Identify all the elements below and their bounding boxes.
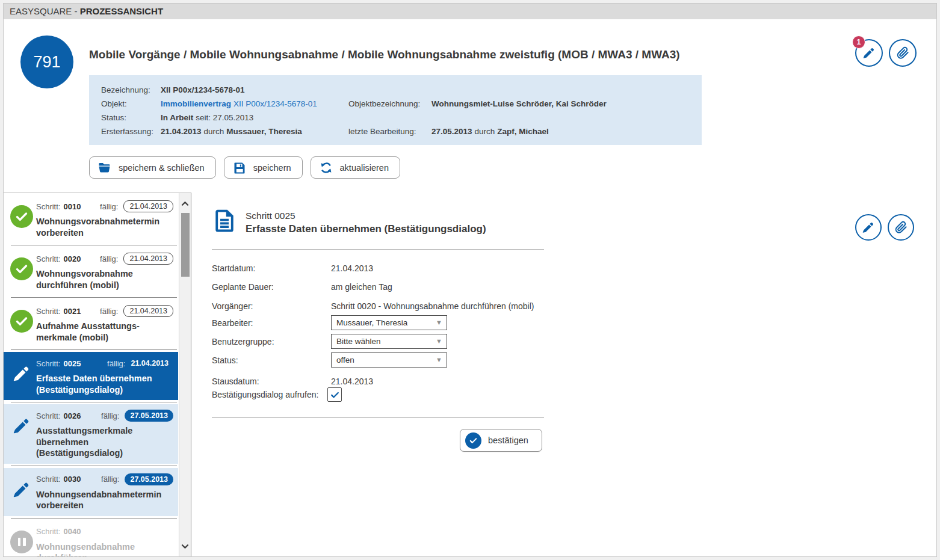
edit-step-button[interactable] bbox=[855, 214, 882, 241]
floppy-disk-icon bbox=[232, 161, 247, 175]
step-detail-panel: Schritt 0025 Erfasste Daten übernehmen (… bbox=[192, 192, 936, 556]
objektbezeichnung-label: Objektbezeichnung: bbox=[348, 97, 431, 111]
bezeichnung-value: XII P00x/1234-5678-01 bbox=[161, 85, 245, 94]
step-item-title: Aufnahme Ausstattungs­merkmale (mobil) bbox=[36, 321, 173, 343]
status-value: In Arbeitseit: 27.05.2013 bbox=[161, 111, 348, 125]
faellig-label: fällig: bbox=[100, 254, 118, 263]
step-status-icon bbox=[10, 257, 33, 280]
step-number: 0026 bbox=[63, 411, 81, 420]
save-button[interactable]: speichern bbox=[224, 156, 303, 179]
objekt-label: Objekt: bbox=[101, 97, 161, 111]
due-date: 21.04.2013 bbox=[123, 253, 173, 265]
schritt-label: Schritt: bbox=[36, 254, 60, 263]
step-item[interactable]: Schritt: 0025 fällig: 21.04.2013 Erfasst… bbox=[4, 352, 178, 400]
check-icon bbox=[14, 314, 29, 328]
step-number: 0020 bbox=[63, 254, 81, 263]
step-item[interactable]: Schritt: 0021 fällig: 21.04.2013 Aufnahm… bbox=[4, 300, 178, 348]
pen-icon bbox=[11, 416, 32, 436]
scroll-down-button[interactable] bbox=[179, 540, 191, 553]
dialog-checkbox-label: Bestätigungsdialog aufrufen: bbox=[212, 390, 318, 399]
step-status-icon bbox=[10, 478, 33, 501]
schritt-label: Schritt: bbox=[36, 307, 60, 316]
step-separator bbox=[11, 349, 177, 350]
dropdown-arrow-icon: ▼ bbox=[436, 316, 442, 330]
objekt-link[interactable]: ImmobilienvertragXII P00x/1234-5678-01 bbox=[161, 97, 348, 111]
pen-icon bbox=[11, 363, 32, 384]
step-status-icon bbox=[10, 205, 33, 228]
faellig-label: fällig: bbox=[100, 202, 118, 211]
app-title-bar: EASYSQUARE - PROZESSANSICHT bbox=[4, 4, 936, 19]
faellig-label: fällig: bbox=[101, 411, 119, 420]
divider bbox=[212, 249, 544, 250]
pen-icon bbox=[862, 46, 876, 60]
edit-notification-badge: 1 bbox=[852, 35, 865, 49]
edit-process-button[interactable]: 1 bbox=[855, 39, 883, 67]
folder-icon bbox=[97, 161, 112, 175]
letzte-bearbeitung-label: letzte Bearbeitung: bbox=[348, 125, 431, 138]
checkmark-icon bbox=[330, 390, 340, 400]
paperclip-icon bbox=[894, 220, 908, 235]
pen-icon bbox=[861, 220, 876, 235]
divider bbox=[212, 417, 544, 418]
process-number-badge: 791 bbox=[20, 35, 73, 88]
startdatum-value: 21.04.2013 bbox=[331, 263, 373, 273]
letzte-bearbeitung-value: 27.05.2013durchZapf, Michael bbox=[431, 125, 696, 138]
objektbezeichnung-value: Wohnungsmiet-Luise Schröder, Kai Schröde… bbox=[431, 99, 607, 108]
step-item[interactable]: Schritt: 0030 fällig: 27.05.2013 Wohnung… bbox=[4, 468, 178, 516]
bearbeiter-dropdown[interactable]: Mussauer, Theresia ▼ bbox=[331, 315, 447, 330]
step-separator bbox=[11, 518, 177, 518]
schritt-label: Schritt: bbox=[36, 475, 60, 484]
process-title: Mobile Vorgänge / Mobile Wohnungsabnahme… bbox=[89, 48, 781, 61]
step-number: 0025 bbox=[63, 359, 81, 368]
step-attachments-button[interactable] bbox=[888, 214, 914, 241]
step-item-title: Wohnungsendabnahme durchführen bbox=[36, 541, 173, 557]
due-date: 27.05.2013 bbox=[125, 473, 173, 485]
vorgaenger-value: Schritt 0020 - Wohnungsabnahme durchführ… bbox=[331, 301, 534, 311]
screen: EASYSQUARE - PROZESSANSICHT 791 Mobile V… bbox=[0, 0, 940, 560]
step-status-icon bbox=[10, 531, 33, 553]
benutzergruppe-label: Benutzergruppe: bbox=[212, 337, 274, 346]
check-icon bbox=[14, 209, 29, 224]
step-separator bbox=[11, 245, 177, 245]
due-date: 21.04.2013 bbox=[123, 200, 173, 212]
scroll-up-button[interactable] bbox=[179, 197, 191, 210]
scrollbar-thumb[interactable] bbox=[181, 213, 190, 277]
step-separator bbox=[11, 297, 177, 298]
document-icon bbox=[212, 208, 237, 234]
due-date: 21.04.2013 bbox=[131, 359, 169, 368]
app-title: EASYSQUARE - bbox=[10, 6, 80, 16]
status-dropdown[interactable]: offen ▼ bbox=[331, 352, 447, 368]
refresh-button[interactable]: aktualisieren bbox=[311, 156, 400, 179]
stausdatum-value: 21.04.2013 bbox=[331, 377, 373, 386]
dialog-checkbox[interactable] bbox=[327, 387, 342, 402]
faellig-label: fällig: bbox=[107, 359, 125, 368]
dropdown-arrow-icon: ▼ bbox=[436, 353, 442, 367]
check-circle-icon bbox=[465, 432, 481, 449]
bezeichnung-label: Bezeichnung: bbox=[101, 83, 161, 97]
step-item[interactable]: Schritt: 0040 Wohnungsendabnahme durchfü… bbox=[4, 520, 178, 557]
app-title-view: PROZESSANSICHT bbox=[80, 6, 163, 16]
step-number-label: Schritt 0025 bbox=[246, 211, 295, 221]
schritt-label: Schritt: bbox=[36, 411, 60, 420]
step-item[interactable]: Schritt: 0010 fällig: 21.04.2013 Wohnung… bbox=[4, 195, 178, 243]
status-label: Status: bbox=[101, 111, 161, 125]
step-item-title: Wohnungsendabnahmetermin vorbereiten bbox=[36, 489, 173, 511]
sidebar-scrollbar[interactable] bbox=[179, 193, 191, 556]
confirm-button[interactable]: bestätigen bbox=[460, 429, 542, 452]
step-item[interactable]: Schritt: 0026 fällig: 27.05.2013 Ausstat… bbox=[4, 404, 178, 464]
chevron-up-icon bbox=[181, 201, 189, 206]
attachments-button[interactable] bbox=[889, 39, 917, 67]
step-status-icon bbox=[10, 362, 33, 385]
pause-icon bbox=[18, 538, 26, 546]
refresh-icon bbox=[319, 161, 333, 175]
step-status-icon bbox=[10, 310, 33, 333]
benutzergruppe-dropdown[interactable]: Bitte wählen ▼ bbox=[331, 334, 447, 349]
startdatum-label: Startdatum: bbox=[212, 263, 255, 273]
step-number: 0010 bbox=[63, 202, 81, 211]
process-info-box: Bezeichnung: XII P00x/1234-5678-01 Objek… bbox=[89, 75, 702, 145]
step-form: Startdatum:21.04.2013 Geplante Dauer:am … bbox=[212, 263, 597, 420]
step-separator bbox=[11, 402, 177, 402]
save-close-button[interactable]: speichern & schließen bbox=[89, 156, 216, 179]
check-icon bbox=[14, 262, 29, 276]
step-item[interactable]: Schritt: 0020 fällig: 21.04.2013 Wohnung… bbox=[4, 247, 178, 295]
